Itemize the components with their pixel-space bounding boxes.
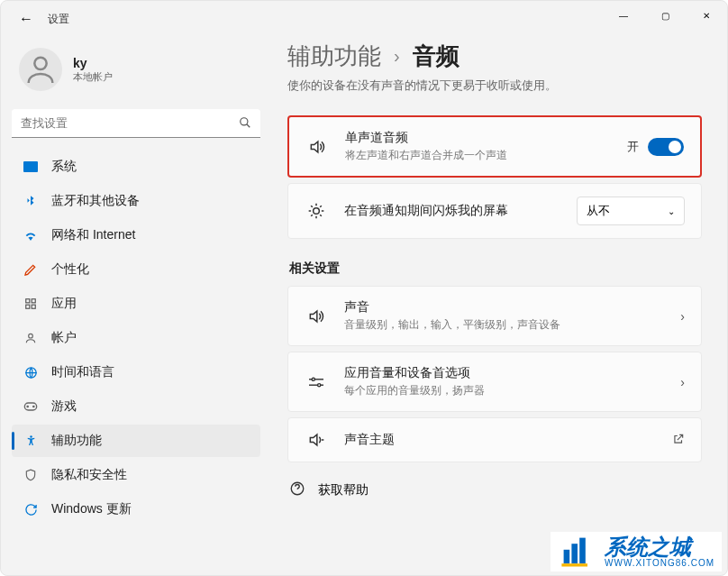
svg-rect-7 (32, 305, 35, 308)
sidebar-item-gaming[interactable]: 游戏 (12, 390, 260, 423)
chevron-right-icon: › (680, 309, 685, 324)
sound-title: 声音 (344, 299, 664, 315)
brightness-icon (305, 202, 328, 220)
help-label: 获取帮助 (318, 482, 369, 498)
sidebar-item-label: Windows 更新 (51, 501, 132, 517)
system-icon (23, 159, 39, 175)
chevron-right-icon: › (680, 375, 685, 389)
theme-title: 声音主题 (344, 432, 656, 448)
sound-desc: 音量级别，输出，输入，平衡级别，声音设备 (344, 317, 664, 333)
speaker-icon (305, 307, 328, 325)
apps-icon (23, 296, 39, 312)
svg-point-0 (34, 58, 46, 69)
sidebar-item-account[interactable]: 帐户 (12, 322, 260, 354)
sidebar-item-label: 隐私和安全性 (51, 467, 127, 483)
time-icon (23, 364, 39, 380)
svg-rect-21 (579, 538, 586, 564)
maximize-button[interactable]: ▢ (644, 1, 686, 30)
volume-desc: 每个应用的音量级别，扬声器 (344, 383, 664, 398)
watermark-url: WWW.XITONG86.COM (605, 558, 714, 568)
sidebar-item-accessibility[interactable]: 辅助功能 (12, 425, 260, 457)
watermark: 系统之城 WWW.XITONG86.COM (551, 532, 722, 571)
breadcrumb-current: 音频 (413, 41, 460, 72)
svg-point-11 (33, 406, 34, 407)
flash-title: 在音频通知期间闪烁我的屏幕 (344, 203, 560, 219)
nav-list: 系统 蓝牙和其他设备 网络和 Internet (12, 151, 260, 526)
svg-point-17 (318, 383, 321, 386)
svg-point-12 (30, 435, 32, 438)
sidebar-item-personalize[interactable]: 个性化 (12, 253, 260, 286)
sidebar-item-label: 蓝牙和其他设备 (51, 193, 140, 209)
personalize-icon (23, 261, 39, 278)
search-box[interactable] (12, 109, 260, 138)
flash-dropdown-value: 从不 (587, 203, 610, 219)
speaker-icon (305, 138, 329, 156)
svg-point-16 (312, 378, 314, 380)
related-section-title: 相关设置 (289, 261, 702, 277)
sidebar-item-label: 系统 (51, 159, 77, 175)
sidebar-item-label: 帐户 (51, 330, 77, 346)
mono-audio-card[interactable]: 单声道音频 将左声道和右声道合并成一个声道 开 (287, 115, 702, 178)
sound-card[interactable]: 声音 音量级别，输出，输入，平衡级别，声音设备 › (287, 286, 702, 346)
svg-rect-19 (564, 550, 570, 563)
watermark-logo-icon (558, 535, 597, 568)
svg-rect-4 (26, 299, 30, 303)
close-button[interactable]: ✕ (686, 1, 727, 30)
sidebar-item-bluetooth[interactable]: 蓝牙和其他设备 (12, 185, 260, 217)
flash-dropdown[interactable]: 从不 ⌄ (577, 197, 685, 225)
chevron-down-icon: ⌄ (668, 206, 675, 216)
mixer-icon (305, 375, 328, 389)
help-icon (289, 480, 305, 499)
main-content: 辅助功能 › 音频 使你的设备在没有声音的情况下更易于收听或使用。 单声道音频 … (271, 37, 727, 575)
sidebar-item-label: 游戏 (51, 398, 77, 415)
sidebar-item-label: 辅助功能 (51, 433, 102, 449)
mono-desc: 将左声道和右声道合并成一个声道 (345, 148, 611, 163)
app-volume-card[interactable]: 应用音量和设备首选项 每个应用的音量级别，扬声器 › (287, 352, 702, 412)
user-block[interactable]: ky 本地帐户 (12, 37, 260, 109)
sidebar-item-label: 网络和 Internet (51, 227, 135, 243)
user-name: ky (73, 56, 113, 70)
network-icon (23, 227, 39, 243)
update-icon (23, 501, 39, 517)
sidebar-item-network[interactable]: 网络和 Internet (12, 219, 260, 251)
volume-title: 应用音量和设备首选项 (344, 365, 664, 381)
sound-theme-card[interactable]: 声音主题 (287, 417, 702, 462)
privacy-icon (23, 467, 39, 483)
sidebar-item-update[interactable]: Windows 更新 (12, 493, 260, 526)
mono-state-label: 开 (627, 139, 639, 155)
search-input[interactable] (12, 109, 260, 138)
avatar (19, 48, 62, 91)
external-link-icon (672, 433, 685, 448)
sidebar: ky 本地帐户 系统 蓝牙和其他设备 (1, 37, 271, 575)
gaming-icon (23, 398, 39, 415)
search-icon (239, 116, 251, 132)
watermark-brand: 系统之城 (605, 536, 714, 558)
sidebar-item-label: 时间和语言 (51, 364, 114, 380)
sidebar-item-label: 应用 (51, 296, 77, 312)
breadcrumb: 辅助功能 › 音频 (287, 41, 702, 72)
app-title: 设置 (48, 12, 69, 27)
get-help-link[interactable]: 获取帮助 (287, 468, 702, 512)
bluetooth-icon (23, 193, 39, 209)
mono-title: 单声道音频 (345, 130, 611, 146)
flash-screen-card[interactable]: 在音频通知期间闪烁我的屏幕 从不 ⌄ (287, 183, 702, 239)
sidebar-item-time[interactable]: 时间和语言 (12, 356, 260, 389)
sidebar-item-label: 个性化 (51, 261, 89, 278)
svg-point-8 (29, 334, 33, 338)
chevron-right-icon: › (394, 46, 400, 67)
svg-rect-6 (26, 305, 30, 308)
svg-point-13 (314, 208, 320, 215)
mono-toggle[interactable] (648, 138, 684, 156)
page-subtitle: 使你的设备在没有声音的情况下更易于收听或使用。 (287, 78, 702, 94)
svg-rect-20 (571, 544, 578, 563)
breadcrumb-parent[interactable]: 辅助功能 (287, 41, 381, 72)
svg-rect-3 (23, 161, 38, 172)
svg-rect-5 (32, 299, 35, 303)
minimize-button[interactable]: — (603, 1, 644, 30)
account-icon (23, 330, 39, 346)
sidebar-item-apps[interactable]: 应用 (12, 288, 260, 320)
sidebar-item-system[interactable]: 系统 (12, 151, 260, 183)
accessibility-icon (23, 433, 39, 449)
back-button[interactable]: ← (12, 5, 41, 33)
sidebar-item-privacy[interactable]: 隐私和安全性 (12, 459, 260, 491)
